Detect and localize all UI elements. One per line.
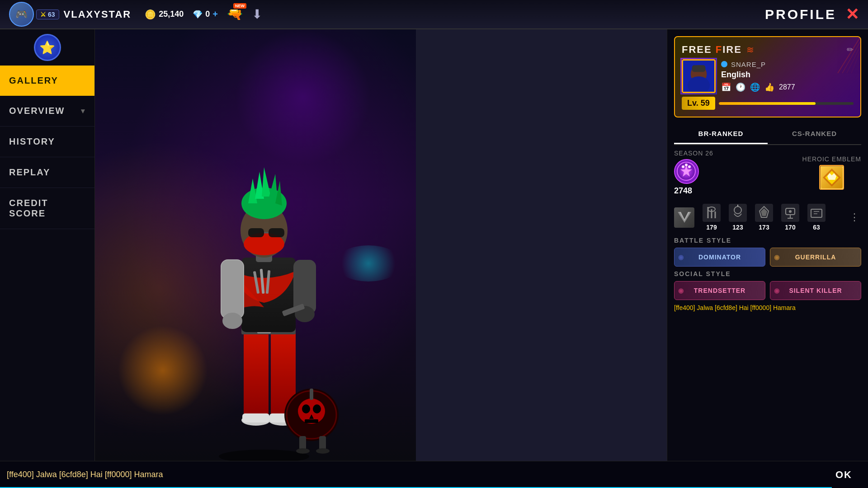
svg-rect-10	[221, 260, 244, 319]
history-label: HISTORY	[9, 136, 55, 147]
game-logo: FREE FIRE	[682, 44, 742, 56]
language-display: English	[721, 70, 854, 80]
svg-rect-39	[299, 436, 306, 450]
sidebar-item-overview[interactable]: OVERVIEW ▾	[0, 96, 94, 127]
dominator-button[interactable]: DOMINATOR	[674, 248, 765, 267]
diamonds-display: 💎 0 +	[193, 9, 218, 19]
svg-point-41	[296, 448, 310, 454]
globe-icon: 🌐	[750, 82, 760, 92]
level-badge: Lv. 59	[682, 97, 715, 110]
sidebar-item-replay[interactable]: REPLAY	[0, 157, 94, 188]
add-diamond-button[interactable]: +	[212, 9, 218, 19]
profile-card: FREE FIRE ≋ ✏	[674, 36, 861, 117]
trendsetter-button[interactable]: TRENDSETTER	[674, 281, 765, 300]
svg-point-42	[316, 448, 330, 454]
signal-icon: ≋	[746, 44, 754, 55]
clock-icon: 🕐	[736, 82, 745, 92]
skill-item-3: 173	[755, 204, 773, 231]
profile-stats-row: 📅 🕐 🌐 👍 2877	[721, 82, 854, 92]
rank-emblem: ⭐	[34, 34, 61, 61]
skill2-value: 123	[732, 224, 743, 231]
uid-dot	[721, 61, 727, 67]
svg-rect-25	[248, 228, 264, 237]
overview-label: OVERVIEW	[9, 106, 65, 116]
skill-item-4: 170	[781, 204, 799, 231]
sidebar-item-gallery[interactable]: GALLERY	[0, 66, 94, 96]
season-left: SEASON 26	[674, 150, 713, 196]
sidebar: ⭐ GALLERY OVERVIEW ▾ HISTORY REPLAY CRED…	[0, 29, 95, 461]
diamond-icon: 💎	[193, 9, 203, 19]
bio-text: [ffe400] Jalwa [6cfd8e] Hai [ff0000] Ham…	[674, 304, 861, 313]
rank-points: 2748	[674, 186, 692, 196]
trendsetter-label: TRENDSETTER	[694, 287, 745, 294]
new-badge: NEW	[233, 3, 246, 9]
skill3-value: 173	[759, 224, 769, 231]
svg-marker-22	[269, 174, 278, 201]
weapon-icon-area[interactable]: 🔫 NEW	[227, 7, 243, 22]
tab-br-ranked[interactable]: BR-RANKED	[674, 124, 768, 144]
br-ranked-label: BR-RANKED	[698, 130, 744, 137]
guerrilla-button[interactable]: GUERRILLA	[770, 248, 861, 267]
svg-point-53	[682, 165, 684, 168]
credit-score-label: CREDIT SCORE	[9, 198, 85, 219]
battle-style-label: BATTLE STYLE	[674, 237, 861, 244]
profile-avatar	[682, 59, 716, 93]
svg-point-34	[302, 404, 310, 413]
skill-item-1: 179	[703, 204, 721, 231]
ok-button[interactable]: OK	[826, 465, 861, 484]
ranked-tabs: BR-RANKED CS-RANKED	[674, 124, 861, 145]
skill1-icon	[703, 204, 721, 222]
svg-rect-40	[319, 436, 326, 450]
heroic-label: HEROIC EMBLEM	[802, 155, 861, 163]
likes-count: 2877	[779, 83, 795, 91]
rank-number: 63	[48, 11, 55, 18]
svg-point-13	[222, 313, 242, 329]
profile-title: PROFILE	[765, 7, 836, 22]
bottom-bar: OK	[0, 461, 868, 488]
skill4-value: 170	[785, 224, 795, 231]
player-name: VLAXYSTAR	[64, 9, 132, 20]
profile-level: Lv. 59	[682, 97, 854, 110]
cs-ranked-label: CS-RANKED	[792, 130, 837, 137]
sidebar-rank-area: ⭐	[0, 29, 94, 66]
top-bar-right: PROFILE ✕	[765, 5, 859, 24]
skill-item-rank	[674, 207, 694, 228]
notification-icon[interactable]: ⬇	[252, 7, 262, 22]
profile-card-header: SNARE_P English 📅 🕐 🌐 👍 2877	[682, 59, 854, 93]
top-bar: 🎮 ⚔ 63 VLAXYSTAR 🪙 25,140 💎 0 + 🔫 NEW ⬇ …	[0, 0, 868, 29]
level-bar	[719, 102, 854, 105]
bio-input[interactable]	[7, 470, 826, 479]
svg-point-66	[734, 206, 741, 214]
tab-cs-ranked[interactable]: CS-RANKED	[768, 124, 861, 144]
thumbs-up-icon: 👍	[764, 82, 774, 92]
skill4-icon	[781, 204, 799, 222]
svg-point-54	[685, 164, 688, 166]
gallery-label: GALLERY	[9, 75, 58, 86]
svg-rect-72	[811, 209, 822, 217]
calendar-icon: 📅	[721, 82, 731, 92]
skill2-icon	[729, 204, 747, 222]
dominator-label: DOMINATOR	[698, 253, 741, 261]
svg-rect-38	[310, 389, 313, 400]
coin-value: 25,140	[159, 9, 184, 19]
sidebar-item-credit-score[interactable]: CREDIT SCORE	[0, 188, 94, 229]
svg-marker-21	[262, 167, 271, 197]
battle-style-buttons: DOMINATOR GUERRILLA	[674, 248, 861, 267]
overview-chevron: ▾	[81, 107, 85, 115]
svg-rect-26	[269, 228, 284, 237]
heroic-section: HEROIC EMBLEM	[802, 155, 861, 190]
social-style-buttons: TRENDSETTER SILENT KILLER	[674, 281, 861, 300]
rank-icon-big	[674, 159, 699, 184]
diamond-value: 0	[205, 9, 210, 19]
svg-point-0	[219, 450, 309, 461]
season-row: SEASON 26	[667, 145, 868, 200]
close-button[interactable]: ✕	[845, 5, 859, 24]
svg-point-35	[313, 404, 321, 413]
player-avatar: 🎮	[9, 2, 34, 27]
sidebar-item-history[interactable]: HISTORY	[0, 127, 94, 157]
svg-point-55	[688, 165, 691, 168]
more-button[interactable]: ⋮	[848, 211, 861, 224]
social-style-label: SOCIAL STYLE	[674, 270, 861, 277]
rank-v-icon	[674, 207, 694, 228]
silent-killer-button[interactable]: SILENT KILLER	[770, 281, 861, 300]
